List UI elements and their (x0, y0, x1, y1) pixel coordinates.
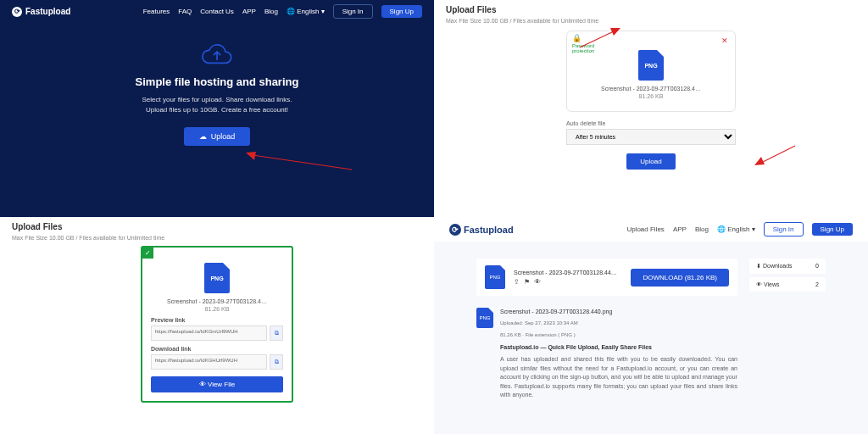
preview-link-input[interactable]: https://fastupload.io/IdKGmUrl9WUH (151, 326, 267, 341)
annotation-arrow (578, 25, 620, 49)
annotation-arrow (246, 148, 356, 174)
download-button[interactable]: DOWNLOAD (81.26 KB) (631, 269, 729, 287)
svg-marker-5 (754, 157, 765, 165)
flag-icon[interactable]: ⚑ (524, 278, 530, 286)
annotation-arrow (754, 144, 797, 168)
upload-button[interactable]: Upload (626, 153, 675, 170)
download-link-input[interactable]: https://fastupload.io/IdKGHUrl9WUH (151, 354, 267, 370)
svg-line-2 (580, 31, 615, 47)
description: A user has uploaded and shared this file… (500, 355, 737, 400)
signin-button[interactable]: Sign In (764, 222, 804, 236)
lang-selector[interactable]: 🌐 English ▾ (717, 225, 755, 233)
autodelete-select[interactable]: After 5 minutes (566, 129, 736, 145)
file-card: ✓ PNG Screenshot - 2023-09-27T003128.4… … (141, 246, 293, 403)
hero-title: Simple file hosting and sharing (17, 75, 417, 88)
file-name: Screenshot - 2023-09-27T003128.4… (151, 298, 283, 304)
hero-sub2: Upload files up to 10GB. Create a free a… (17, 105, 417, 115)
signup-button[interactable]: Sign Up (812, 223, 853, 236)
upload-meta: Max File Size 10.00 GB / Files available… (446, 18, 856, 24)
autodelete-label: Auto delete file (566, 120, 736, 126)
view-file-button[interactable]: 👁 View File (151, 376, 283, 392)
file-name: Screenshot - 2023-09-27T003128.4… (579, 86, 723, 92)
section-title: Upload Files (12, 222, 422, 231)
hero-sub1: Select your files for upload. Share down… (17, 95, 417, 105)
nav-faq[interactable]: FAQ (178, 8, 192, 15)
file-size: 81.26 KB (579, 93, 723, 99)
section-title: Upload Files (446, 5, 856, 14)
file-icon: PNG (638, 50, 664, 81)
nav-app[interactable]: APP (242, 8, 256, 15)
nav-contact[interactable]: Contact Us (200, 8, 234, 15)
nav-blog[interactable]: Blog (695, 225, 709, 233)
uploaded-time: Uploaded: Sep 27, 2023 10:34 AM (500, 320, 737, 327)
logo[interactable]: ⟳Fastupload (12, 7, 70, 17)
file-row: PNG Screenshot - 2023-09-27T003128.44… ⇪… (476, 259, 737, 296)
logo[interactable]: ⟳Fastupload (449, 224, 514, 236)
signup-button[interactable]: Sign Up (381, 5, 422, 18)
upload-button[interactable]: ☁Upload (184, 127, 251, 146)
file-name: Screenshot - 2023-09-27T003128.44… (514, 270, 622, 275)
close-icon[interactable]: ✕ (721, 36, 728, 45)
check-icon: ✓ (142, 247, 153, 259)
svg-line-0 (253, 155, 352, 170)
nav-app[interactable]: APP (673, 225, 687, 233)
stat-views: 👁 Views2 (749, 277, 826, 292)
nav-features[interactable]: Features (143, 8, 170, 15)
svg-line-4 (761, 146, 795, 163)
svg-marker-1 (246, 152, 256, 160)
cloud-icon: ☁ (199, 132, 207, 141)
eye-icon[interactable]: 👁 (534, 278, 541, 286)
file-icon: PNG (476, 308, 493, 328)
signin-button[interactable]: Sign In (333, 4, 373, 19)
nav-upload[interactable]: Upload Files (626, 225, 664, 233)
file-size: 81.26 KB (151, 306, 283, 312)
file-name-full: Screenshot - 2023-09-27T003128.440.png (500, 308, 737, 317)
cloud-upload-icon (200, 43, 234, 69)
size-ext: 81.26 KB · File extension ( PNG ) (500, 331, 737, 339)
nav-blog[interactable]: Blog (264, 8, 278, 15)
upload-meta: Max File Size 10.00 GB / Files available… (12, 235, 422, 241)
copy-icon[interactable]: ⧉ (270, 354, 283, 370)
preview-link-label: Preview link (151, 317, 283, 323)
file-icon: PNG (204, 263, 230, 293)
stat-downloads: ⬇ Downloads0 (749, 259, 826, 274)
lang-selector[interactable]: 🌐 English ▾ (287, 8, 325, 15)
copy-icon[interactable]: ⧉ (270, 326, 283, 341)
file-icon: PNG (485, 265, 505, 289)
share-icon[interactable]: ⇪ (514, 278, 520, 286)
tagline: Fastupload.io — Quick File Upload, Easil… (500, 343, 737, 353)
download-link-label: Download link (151, 346, 283, 352)
